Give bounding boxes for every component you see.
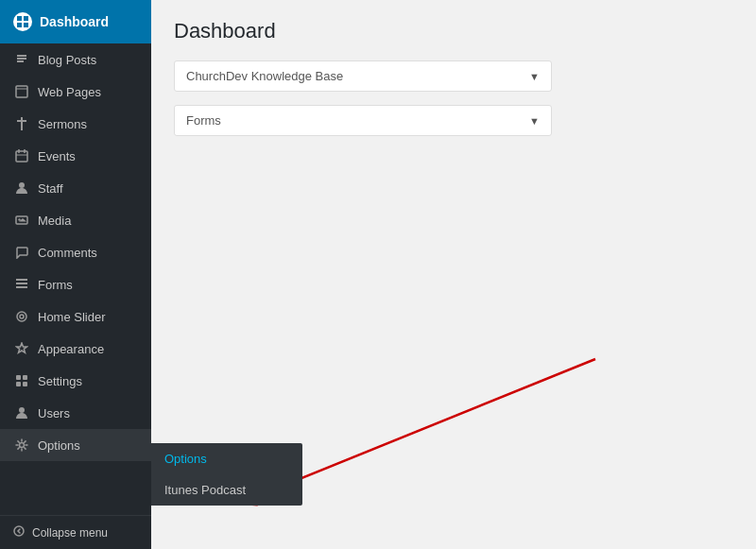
comments-icon [13,244,30,261]
sidebar-item-sermons[interactable]: Sermons [0,108,151,140]
sidebar-item-appearance[interactable]: Appearance [0,333,151,365]
appearance-icon [13,340,30,357]
forms-chevron: ▼ [529,115,540,127]
sidebar-item-media-label: Media [38,214,71,228]
sidebar-item-sermons-label: Sermons [38,117,87,131]
collapse-icon [13,525,25,540]
web-pages-icon [13,83,30,100]
svg-rect-22 [23,382,27,386]
sidebar-item-options[interactable]: Options [0,429,151,461]
collapse-label: Collapse menu [32,526,108,540]
sidebar-item-blog-posts-label: Blog Posts [38,53,96,67]
sidebar-item-users[interactable]: Users [0,397,151,429]
staff-icon [13,180,30,197]
home-slider-icon [13,308,30,325]
sidebar-item-staff-label: Staff [38,181,63,196]
blog-posts-icon [13,51,30,68]
events-icon [13,147,30,164]
sidebar: Dashboard Blog Posts Web Pages Sermons [0,0,151,549]
submenu-item-itunes-podcast[interactable]: Itunes Podcast [151,474,302,506]
settings-icon [13,372,30,389]
sidebar-item-comments[interactable]: Comments [0,236,151,268]
sidebar-item-web-pages[interactable]: Web Pages [0,76,151,108]
svg-rect-1 [24,16,28,21]
svg-rect-21 [16,382,21,386]
svg-rect-19 [16,375,21,380]
sidebar-item-forms-label: Forms [38,278,73,292]
sidebar-item-home-slider[interactable]: Home Slider [0,300,151,333]
svg-point-17 [17,312,26,321]
forms-label: Forms [186,113,221,128]
knowledge-base-dropdown[interactable]: ChurchDev Knowledge Base ▼ [174,60,552,92]
svg-rect-14 [16,279,27,281]
svg-rect-16 [16,286,27,288]
options-submenu: Options Itunes Podcast [151,443,302,506]
svg-rect-7 [16,151,27,162]
sidebar-footer[interactable]: Collapse menu [0,515,151,549]
submenu-item-options[interactable]: Options [151,443,302,474]
sidebar-item-settings-label: Settings [38,374,82,388]
sidebar-item-events[interactable]: Events [0,140,151,172]
sidebar-item-users-label: Users [38,406,70,420]
options-icon [13,437,30,454]
svg-rect-20 [23,375,27,380]
sidebar-header-label: Dashboard [40,14,109,29]
sermons-icon [13,115,30,132]
sidebar-item-comments-label: Comments [38,246,97,260]
sidebar-nav: Blog Posts Web Pages Sermons Events Staf [0,43,151,515]
svg-rect-4 [16,86,27,97]
forms-icon [13,276,30,293]
svg-rect-15 [16,283,27,284]
sidebar-item-appearance-label: Appearance [38,342,104,356]
sidebar-item-staff[interactable]: Staff [0,172,151,204]
sidebar-item-home-slider-label: Home Slider [38,310,106,324]
dashboard-icon [13,12,32,31]
knowledge-base-label: ChurchDev Knowledge Base [186,69,343,83]
forms-dropdown[interactable]: Forms ▼ [174,105,552,136]
media-icon [13,212,30,229]
svg-point-11 [19,182,25,188]
svg-rect-2 [17,23,22,27]
svg-point-23 [19,407,25,413]
sidebar-header[interactable]: Dashboard [0,0,151,43]
sidebar-item-media[interactable]: Media [0,204,151,236]
sidebar-item-events-label: Events [38,149,76,163]
svg-point-24 [20,443,25,448]
svg-point-18 [20,315,24,318]
svg-rect-3 [24,23,28,27]
users-icon [13,404,30,421]
sidebar-item-forms[interactable]: Forms [0,268,151,300]
knowledge-base-chevron: ▼ [529,71,540,82]
sidebar-item-web-pages-label: Web Pages [38,85,101,99]
sidebar-item-options-label: Options [38,438,80,453]
page-title: Dashboard [174,19,733,43]
svg-rect-0 [17,16,22,21]
sidebar-item-blog-posts[interactable]: Blog Posts [0,43,151,76]
sidebar-item-settings[interactable]: Settings [0,365,151,397]
